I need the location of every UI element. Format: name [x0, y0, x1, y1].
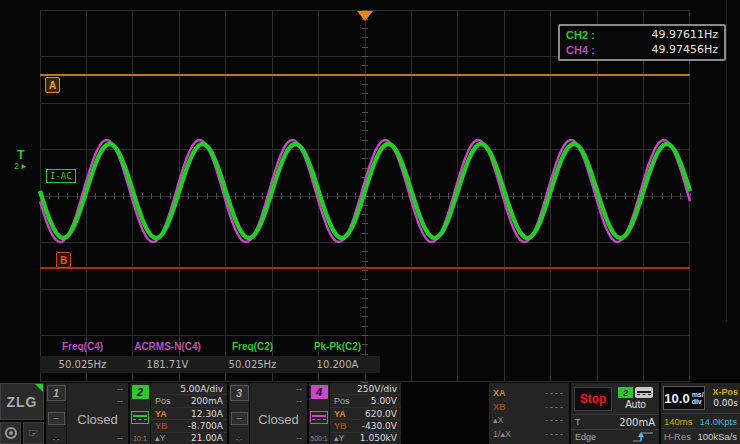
- brand-logo: ZLG: [0, 383, 44, 420]
- trigger-panel[interactable]: Stop 2 Auto T 200mA Edge: [571, 383, 659, 444]
- channel-4-dc-coupling-icon: [310, 411, 328, 424]
- trigger-mode[interactable]: Auto: [625, 399, 646, 410]
- hand-tap-button[interactable]: ☞: [23, 422, 44, 444]
- source-tag: I-AC: [46, 169, 76, 183]
- x-cursor-panel[interactable]: XA---- XB---- ▴X---- 1/▴X----: [489, 383, 569, 444]
- channel-2-ya-value: 12.30A: [191, 409, 223, 419]
- channel-1-state: Closed: [67, 407, 128, 432]
- logo-block: ZLG ☞: [0, 383, 44, 444]
- x-position-label: X-Pos: [712, 387, 738, 398]
- measurement-value-pkpk-c2: 10.200A: [295, 359, 380, 370]
- channel-2-delta-y-value: 21.00A: [191, 433, 223, 443]
- channel-4-ya-label: YA: [334, 409, 346, 419]
- x-position-value: 0.00s: [713, 398, 738, 409]
- frequency-readout-box: CH2 : 49.97611Hz CH4 : 49.97456Hz: [558, 24, 726, 61]
- channel-4-pos-value: 5.00V: [371, 396, 397, 406]
- channel-2-delta-y-label: ▴Y: [155, 433, 166, 443]
- channel-2-pos-label: Pos: [155, 396, 171, 406]
- freq-readout-row-ch4: CH4 : 49.97456Hz: [566, 43, 718, 57]
- channel-4-panel[interactable]: 4 500:1 250V/div Pos5.00V YA620.0V YB-43…: [309, 383, 401, 444]
- channel-4-probe-ratio: 500:1: [310, 435, 328, 442]
- inverse-delta-x-value: ----: [545, 429, 565, 439]
- channel-2-dc-coupling-icon: [131, 411, 149, 424]
- trigger-level-marker[interactable]: T 2►: [14, 150, 28, 172]
- channel-1-value-dash: --: [67, 432, 128, 444]
- measurement-label-row: Freq(C4) ACRMS-N(C4) Freq(C2) Pk-Pk(C2): [40, 341, 380, 352]
- timebase-scale-value: 10.0: [664, 391, 689, 406]
- channel-4-yb-label: YB: [334, 421, 347, 431]
- channel-2-probe-ratio: 10:1: [133, 435, 147, 442]
- channel-2-side: 2 10:1: [130, 383, 151, 444]
- measurement-label-freq-c4[interactable]: Freq(C4): [40, 341, 125, 352]
- measurement-value-freq-c2: 50.025Hz: [210, 359, 295, 370]
- channel-1-probe-ratio: -:-: [53, 435, 60, 442]
- channel-1-value-dash: --: [67, 383, 128, 395]
- measurement-label-pkpk-c2[interactable]: Pk-Pk(C2): [295, 341, 380, 352]
- trigger-level-label: T: [575, 417, 581, 427]
- channel-3-badge[interactable]: 3: [230, 385, 249, 401]
- measurement-label-acrms-c4[interactable]: ACRMS-N(C4): [125, 341, 210, 352]
- channel-3-value-dash: --: [250, 432, 307, 444]
- channel-4-scale: 250V/div: [330, 383, 401, 395]
- xa-label: XA: [493, 388, 506, 398]
- delta-x-label: ▴X: [493, 415, 504, 425]
- channel-4-badge[interactable]: 4: [311, 385, 328, 399]
- channel-4-delta-y-value: 1.050kV: [360, 433, 397, 443]
- touch-gesture-button[interactable]: [0, 422, 21, 444]
- channel-1-badge[interactable]: 1: [47, 385, 66, 401]
- measurement-value-freq-c4: 50.025Hz: [40, 359, 125, 370]
- hand-pointer-icon: ☞: [28, 426, 39, 440]
- channel-3-coupling-off-icon: –: [231, 412, 248, 425]
- channel-4-pos-label: Pos: [334, 396, 350, 406]
- measurement-value-row: 50.025Hz 181.71V 50.025Hz 10.200A: [40, 356, 380, 373]
- channel-2-panel[interactable]: 2 10:1 5.00A/div Pos200mA YA12.30A YB-8.…: [130, 383, 227, 444]
- right-edge-separator: [726, 0, 727, 322]
- timebase-unit-top: ms/: [692, 391, 704, 398]
- trigger-channel-number: 2: [14, 161, 19, 172]
- trigger-level-value: 200mA: [619, 417, 655, 428]
- xb-value: ----: [545, 402, 565, 412]
- waveform-display-area: CH2 : 49.97611Hz CH4 : 49.97456Hz A B T …: [0, 0, 740, 383]
- timebase-panel[interactable]: 10.0 ms/ div X-Pos 0.00s 140ms 14.0Kpts …: [661, 383, 740, 444]
- timebase-scale-box[interactable]: 10.0 ms/ div: [663, 386, 705, 410]
- measurement-value-acrms-c4: 181.71V: [125, 359, 210, 370]
- cursor-b-handle[interactable]: B: [56, 252, 71, 268]
- touch-circle-icon: [5, 427, 17, 439]
- channel-1-panel[interactable]: 1 – -:- -- -- Closed --: [46, 383, 128, 444]
- channel-2-ya-label: YA: [155, 409, 167, 419]
- bottom-bar-spacer: [403, 383, 487, 444]
- freq-ch4-value: 49.97456Hz: [651, 43, 718, 57]
- channel-3-value-dash: --: [250, 395, 307, 407]
- channel-2-scale: 5.00A/div: [151, 383, 227, 395]
- memory-depth-value: 14.0Kpts: [700, 416, 738, 427]
- trigger-arrow-icon: ►: [20, 161, 28, 172]
- channel-4-delta-y-label: ▴Y: [334, 433, 345, 443]
- cursor-a-handle[interactable]: A: [45, 77, 60, 93]
- channel-2-badge[interactable]: 2: [132, 385, 149, 399]
- freq-readout-row-ch2: CH2 : 49.97611Hz: [566, 28, 718, 42]
- trigger-coupling-dc-icon: [635, 387, 653, 398]
- channel-2-yb-value: -8.700A: [188, 421, 223, 431]
- measurement-label-freq-c2[interactable]: Freq(C2): [210, 341, 295, 352]
- channel-3-probe-ratio: -:-: [236, 435, 243, 442]
- delta-x-value: ----: [545, 415, 565, 425]
- channel-1-side: 1 – -:-: [46, 383, 67, 444]
- channel-4-ya-value: 620.0V: [365, 409, 397, 419]
- xa-value: ----: [545, 388, 565, 398]
- channel-1-value-dash: --: [67, 395, 128, 407]
- channel-3-panel[interactable]: 3 – -:- -- -- Closed --: [229, 383, 307, 444]
- channel-2-pos-value: 200mA: [191, 396, 223, 406]
- freq-ch2-value: 49.97611Hz: [651, 28, 718, 42]
- channel-1-coupling-off-icon: –: [48, 412, 65, 425]
- capture-window-value: 140ms: [664, 416, 693, 427]
- channel-4-side: 4 500:1: [309, 383, 330, 444]
- rising-edge-icon: [631, 431, 655, 443]
- trigger-letter: T: [17, 150, 24, 161]
- timebase-unit-bottom: div: [692, 398, 704, 405]
- channel-3-state: Closed: [250, 407, 307, 432]
- acquisition-state-stop[interactable]: Stop: [574, 387, 612, 411]
- channel-3-value-dash: --: [250, 383, 307, 395]
- trigger-source-channel-badge: 2: [618, 387, 633, 398]
- freq-ch4-label: CH4 :: [566, 43, 610, 57]
- channel-3-side: 3 – -:-: [229, 383, 250, 444]
